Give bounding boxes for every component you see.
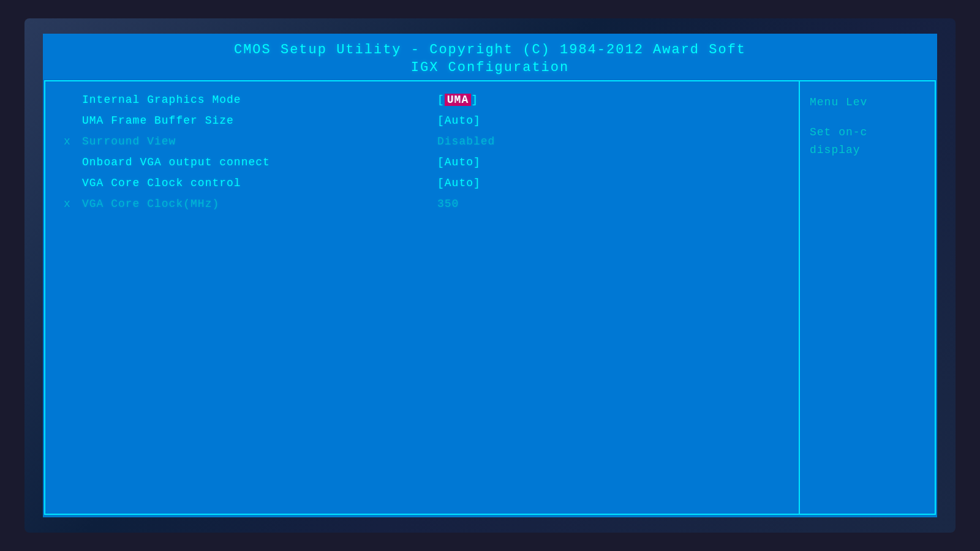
internal-graphics-mode-label: Internal Graphics Mode bbox=[82, 94, 437, 106]
table-row[interactable]: Onboard VGA output connect [Auto] bbox=[64, 156, 780, 168]
table-row: x Surround View Disabled bbox=[64, 135, 780, 148]
bios-screen: CMOS Setup Utility - Copyright (C) 1984-… bbox=[43, 34, 937, 517]
row-prefix-x: x bbox=[64, 135, 82, 148]
surround-view-value: Disabled bbox=[437, 135, 495, 148]
content-area: Internal Graphics Mode [UMA] UMA Frame B… bbox=[44, 80, 936, 515]
table-row[interactable]: UMA Frame Buffer Size [Auto] bbox=[64, 114, 780, 127]
row-prefix bbox=[64, 156, 82, 168]
monitor-bezel: CMOS Setup Utility - Copyright (C) 1984-… bbox=[24, 18, 956, 533]
row-prefix bbox=[64, 94, 82, 106]
header-subtitle: IGX Configuration bbox=[55, 60, 925, 75]
table-row[interactable]: Internal Graphics Mode [UMA] bbox=[64, 94, 780, 106]
main-panel: Internal Graphics Mode [UMA] UMA Frame B… bbox=[45, 81, 800, 514]
vga-clock-mhz-value: 350 bbox=[437, 198, 459, 210]
row-prefix-x: x bbox=[64, 198, 82, 210]
onboard-vga-value: [Auto] bbox=[437, 156, 481, 168]
side-panel: Menu Lev Set on-c display bbox=[800, 81, 935, 514]
side-text-description: Set on-c display bbox=[810, 124, 925, 159]
vga-clock-control-value: [Auto] bbox=[437, 177, 481, 189]
uma-frame-buffer-label: UMA Frame Buffer Size bbox=[82, 114, 437, 127]
row-prefix bbox=[64, 177, 82, 189]
header-title: CMOS Setup Utility - Copyright (C) 1984-… bbox=[55, 42, 925, 58]
selected-highlight: UMA bbox=[445, 94, 471, 106]
vga-clock-mhz-label: VGA Core Clock(MHz) bbox=[82, 198, 437, 210]
internal-graphics-mode-value: [UMA] bbox=[437, 94, 478, 106]
side-text-menu-level: Menu Lev bbox=[810, 94, 925, 111]
table-row[interactable]: VGA Core Clock control [Auto] bbox=[64, 177, 780, 189]
uma-frame-buffer-value: [Auto] bbox=[437, 114, 481, 127]
table-row: x VGA Core Clock(MHz) 350 bbox=[64, 198, 780, 210]
surround-view-label: Surround View bbox=[82, 135, 437, 148]
row-prefix bbox=[64, 114, 82, 127]
header-bar: CMOS Setup Utility - Copyright (C) 1984-… bbox=[43, 34, 937, 79]
onboard-vga-label: Onboard VGA output connect bbox=[82, 156, 437, 168]
vga-clock-control-label: VGA Core Clock control bbox=[82, 177, 437, 189]
